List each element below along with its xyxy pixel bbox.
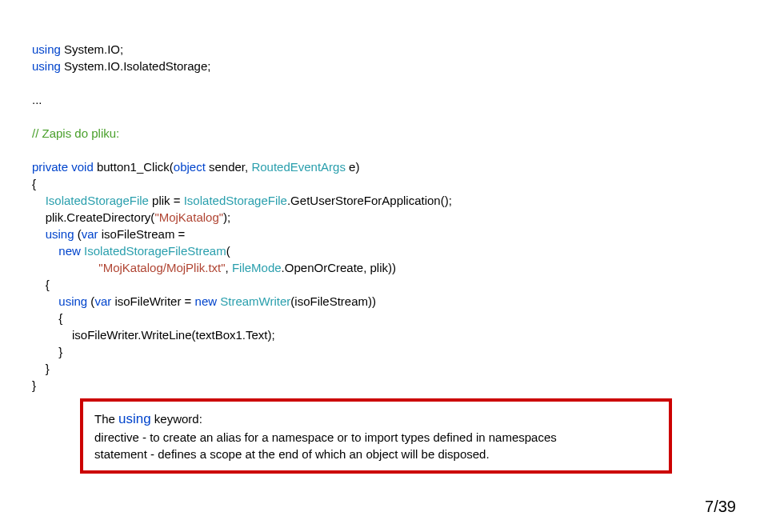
note-text: keyword:	[151, 412, 202, 426]
note-keyword: using	[118, 411, 151, 426]
code-keyword: var	[94, 294, 111, 308]
code-text: {	[32, 177, 36, 190]
code-type: FileMode	[232, 261, 282, 274]
code-type: RoutedEventArgs	[251, 160, 346, 174]
code-type: IsolatedStorageFile	[46, 194, 149, 207]
code-keyword: void	[71, 160, 94, 174]
code-text	[32, 194, 46, 207]
code-text: }	[32, 345, 62, 358]
code-text: (isoFileStream))	[290, 294, 376, 308]
code-text: .OpenOrCreate, plik))	[282, 261, 396, 274]
code-text: .GetUserStoreForApplication();	[287, 194, 452, 207]
note-line: The using keyword:	[94, 410, 658, 429]
code-string: "MojKatalog/MojPlik.txt"	[98, 261, 225, 274]
code-text: sender,	[206, 160, 252, 174]
code-text: e)	[346, 160, 360, 174]
note-box: The using keyword: directive - to create…	[80, 398, 672, 474]
code-keyword: new	[195, 294, 218, 308]
code-text: isoFileWriter.WriteLine(textBox1.Text);	[32, 328, 275, 342]
code-type: IsolatedStorageFile	[184, 194, 287, 207]
code-keyword: using	[32, 42, 61, 56]
note-line: statement - defines a scope at the end o…	[94, 446, 658, 462]
code-keyword: private	[32, 160, 68, 174]
code-text	[32, 294, 58, 308]
note-text: The	[94, 412, 118, 426]
code-text: ...	[32, 93, 42, 106]
code-keyword: object	[174, 160, 206, 174]
code-text: {	[32, 278, 50, 291]
code-text: );	[223, 210, 230, 224]
code-block: using System.IO; using System.IO.Isolate…	[32, 24, 736, 394]
code-text	[32, 227, 46, 241]
code-text: (	[87, 294, 94, 308]
code-keyword: new	[58, 244, 81, 258]
code-text: }	[32, 378, 36, 392]
code-text: System.IO.IsolatedStorage;	[61, 59, 211, 73]
code-text: ,	[226, 261, 232, 274]
code-text: isoFileWriter =	[111, 294, 194, 308]
code-text: button1_Click(	[94, 160, 174, 174]
code-text: plik =	[149, 194, 184, 207]
code-type: StreamWriter	[220, 294, 290, 308]
code-text	[32, 244, 58, 258]
code-text: }	[32, 362, 50, 375]
code-text: (	[226, 244, 230, 258]
code-type: IsolatedStorageFileStream	[84, 244, 226, 258]
code-keyword: using	[32, 59, 61, 73]
code-string: "MojKatalog"	[154, 210, 223, 224]
code-comment: // Zapis do pliku:	[32, 126, 119, 140]
note-line: directive - to create an alias for a nam…	[94, 429, 658, 446]
code-text: System.IO;	[61, 42, 123, 56]
code-keyword: var	[82, 227, 98, 241]
page-number: 7/39	[705, 498, 736, 516]
code-keyword: using	[58, 294, 87, 308]
code-keyword: using	[46, 227, 74, 241]
code-text: (	[74, 227, 82, 241]
code-text	[32, 261, 98, 274]
code-text: isoFileStream =	[98, 227, 186, 241]
code-text: {	[32, 311, 62, 325]
code-text: plik.CreateDirectory(	[32, 210, 154, 224]
